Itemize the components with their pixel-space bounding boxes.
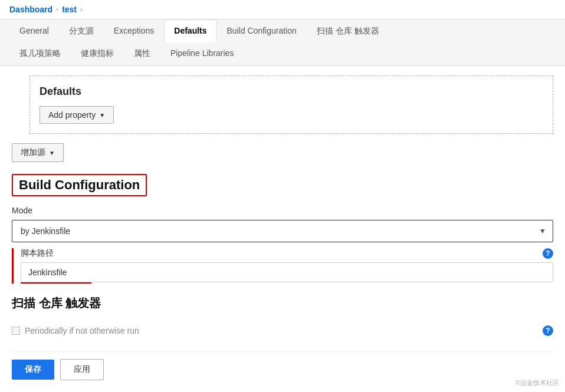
tab-exceptions[interactable]: Exceptions — [104, 19, 164, 42]
script-path-input[interactable] — [21, 262, 553, 282]
tab-attributes[interactable]: 属性 — [124, 42, 160, 65]
build-config-title: Build Configuration — [12, 174, 147, 196]
script-path-header: 脚本路径 ? — [21, 248, 553, 259]
script-path-help-icon[interactable]: ? — [543, 248, 553, 259]
breadcrumb-sep1: › — [56, 5, 58, 14]
script-path-section: 脚本路径 ? — [12, 248, 553, 284]
mode-label: Mode — [12, 206, 553, 215]
scan-trigger-title: 扫描 仓库 触发器 — [12, 295, 553, 311]
add-source-chevron-icon: ▼ — [49, 150, 55, 156]
breadcrumb-sep2: › — [80, 5, 83, 14]
bottom-buttons: 保存 应用 — [12, 351, 553, 380]
tab-defaults[interactable]: Defaults — [164, 19, 216, 42]
add-property-button[interactable]: Add property ▼ — [40, 106, 114, 124]
scan-trigger-section: 扫描 仓库 触发器 Periodically if not otherwise … — [12, 295, 553, 342]
add-source-section: 增加源 ▼ — [12, 143, 553, 162]
breadcrumb-test[interactable]: test — [62, 5, 77, 14]
tab-general[interactable]: General — [9, 19, 59, 42]
tab-pipeline-libraries[interactable]: Pipeline Libraries — [160, 42, 244, 65]
script-path-underline — [21, 282, 91, 284]
add-property-label: Add property — [48, 110, 96, 120]
tab-scan-trigger[interactable]: 扫描 仓库 触发器 — [307, 19, 389, 42]
defaults-section: Defaults Add property ▼ — [29, 75, 553, 134]
save-button[interactable]: 保存 — [12, 360, 54, 380]
mode-select[interactable]: by Jenkinsfile by script Pipeline script — [12, 220, 553, 242]
main-content: Defaults Add property ▼ 增加源 ▼ Build Conf… — [0, 75, 565, 392]
tab-health[interactable]: 健康指标 — [71, 42, 124, 65]
footer-watermark: ©运金技术社区 — [515, 378, 559, 387]
periodically-label: Periodically if not otherwise run — [25, 326, 139, 335]
apply-button[interactable]: 应用 — [60, 359, 104, 380]
tabs-container: General 分支源 Exceptions Defaults Build Co… — [0, 19, 565, 66]
tab-branch-source[interactable]: 分支源 — [59, 19, 104, 42]
periodically-row: Periodically if not otherwise run ? — [12, 319, 553, 342]
add-source-button[interactable]: 增加源 ▼ — [12, 143, 64, 162]
tabs-row1: General 分支源 Exceptions Defaults Build Co… — [9, 19, 556, 42]
defaults-title: Defaults — [40, 85, 543, 98]
tabs-row2: 孤儿项策略 健康指标 属性 Pipeline Libraries — [9, 42, 556, 65]
add-source-label: 增加源 — [21, 147, 45, 158]
scan-trigger-help-icon[interactable]: ? — [543, 325, 553, 336]
periodically-checkbox[interactable] — [12, 327, 20, 335]
tab-orphan-strategy[interactable]: 孤儿项策略 — [9, 42, 71, 65]
tab-build-configuration[interactable]: Build Configuration — [217, 19, 307, 42]
mode-select-wrapper: by Jenkinsfile by script Pipeline script… — [12, 220, 553, 242]
script-path-label: 脚本路径 — [21, 248, 54, 259]
breadcrumb-dashboard[interactable]: Dashboard — [9, 5, 52, 14]
periodically-left: Periodically if not otherwise run — [12, 326, 139, 335]
chevron-down-icon: ▼ — [99, 112, 105, 118]
breadcrumb: Dashboard › test › — [0, 0, 565, 19]
build-config-section: Build Configuration Mode by Jenkinsfile … — [12, 174, 553, 284]
